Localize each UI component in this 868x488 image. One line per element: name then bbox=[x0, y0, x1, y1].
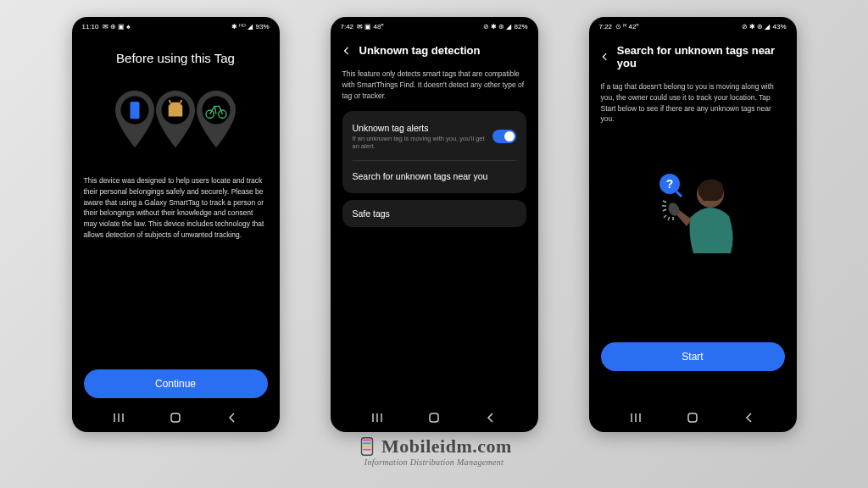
nav-home-icon[interactable] bbox=[427, 411, 441, 424]
status-right-icons: ✱ ᴴᴰ ◢ bbox=[231, 23, 253, 30]
svg-text:?: ? bbox=[666, 177, 674, 191]
logo: Mobileidm.com Information Distribution M… bbox=[356, 435, 512, 467]
page-title: Before using this Tag bbox=[84, 51, 268, 65]
page-title: Search for unknown tags near you bbox=[617, 44, 785, 69]
nav-bar bbox=[591, 405, 795, 430]
svg-rect-1 bbox=[130, 102, 139, 119]
status-bar: 7:22 ⊙ ᴹ 42º ⊘ ✱ ⊛ ◢ 43% bbox=[591, 19, 795, 34]
status-bar: 7:42 ✉ ▣ 48º ⊘ ✱ ⊛ ◢ 82% bbox=[332, 19, 537, 34]
nav-back-icon[interactable] bbox=[484, 411, 498, 424]
status-battery: 82% bbox=[514, 23, 527, 30]
body-text: If a tag that doesn't belong to you is m… bbox=[601, 81, 785, 125]
alerts-toggle-on[interactable] bbox=[492, 130, 516, 143]
phone-search-unknown-tags: 7:22 ⊙ ᴹ 42º ⊘ ✱ ⊛ ◢ 43% Search for unkn… bbox=[589, 17, 797, 432]
body-text: This device was designed to help users l… bbox=[84, 175, 268, 241]
intro-text: This feature only detects smart tags tha… bbox=[342, 69, 526, 101]
pins-illustration bbox=[84, 91, 268, 150]
status-left-icons: ⊙ ᴹ 42º bbox=[615, 23, 638, 30]
nav-recents-icon[interactable] bbox=[370, 411, 384, 424]
safe-tags-card[interactable]: Safe tags bbox=[342, 200, 526, 227]
alerts-subtitle: If an unknown tag is moving with you, yo… bbox=[353, 135, 492, 150]
status-right-icons: ⊘ ✱ ⊛ ◢ bbox=[742, 23, 771, 30]
status-time: 7:42 bbox=[341, 23, 354, 30]
unknown-tag-alerts-row[interactable]: Unknown tag alerts If an unknown tag is … bbox=[353, 119, 516, 153]
nav-recents-icon[interactable] bbox=[112, 411, 125, 424]
settings-card: Unknown tag alerts If an unknown tag is … bbox=[342, 111, 526, 193]
status-left-icons: ✉ ⊕ ▣ ♠ bbox=[103, 23, 131, 30]
svg-rect-6 bbox=[171, 413, 180, 422]
search-unknown-tags-row[interactable]: Search for unknown tags near you bbox=[353, 168, 516, 185]
nav-bar bbox=[74, 405, 278, 430]
back-arrow-icon[interactable] bbox=[601, 53, 609, 61]
svg-point-3 bbox=[202, 96, 230, 124]
person-searching-illustration: ? bbox=[601, 160, 785, 262]
continue-button[interactable]: Continue bbox=[84, 369, 268, 398]
page-title: Unknown tag detection bbox=[359, 44, 481, 57]
status-right-icons: ⊘ ✱ ⊛ ◢ bbox=[483, 23, 512, 30]
logo-tagline: Information Distribution Management bbox=[364, 458, 504, 467]
status-bar: 11:10 ✉ ⊕ ▣ ♠ ✱ ᴴᴰ ◢ 93% bbox=[74, 19, 278, 34]
nav-home-icon[interactable] bbox=[686, 411, 699, 424]
safe-tags-label: Safe tags bbox=[353, 208, 516, 219]
status-left-icons: ✉ ▣ 48º bbox=[357, 23, 383, 30]
search-row-label: Search for unknown tags near you bbox=[353, 171, 488, 181]
phone-unknown-tag-detection: 7:42 ✉ ▣ 48º ⊘ ✱ ⊛ ◢ 82% Unknown tag det… bbox=[331, 17, 538, 432]
nav-bar bbox=[332, 405, 537, 430]
pin-bike-icon bbox=[192, 91, 240, 150]
status-time: 11:10 bbox=[82, 23, 99, 30]
nav-back-icon[interactable] bbox=[225, 411, 239, 424]
status-time: 7:22 bbox=[599, 23, 613, 30]
phone-before-using-tag: 11:10 ✉ ⊕ ▣ ♠ ✱ ᴴᴰ ◢ 93% Before using th… bbox=[72, 17, 280, 432]
alerts-title: Unknown tag alerts bbox=[353, 123, 492, 133]
nav-home-icon[interactable] bbox=[169, 411, 182, 424]
logo-phone-icon bbox=[356, 435, 378, 458]
status-battery: 93% bbox=[255, 23, 269, 30]
nav-back-icon[interactable] bbox=[743, 411, 756, 424]
nav-recents-icon[interactable] bbox=[629, 411, 643, 424]
logo-brand: Mobileidm.com bbox=[381, 435, 512, 458]
back-arrow-icon[interactable] bbox=[342, 47, 351, 55]
start-button[interactable]: Start bbox=[601, 342, 785, 371]
phones-row: 11:10 ✉ ⊕ ▣ ♠ ✱ ᴴᴰ ◢ 93% Before using th… bbox=[72, 0, 797, 432]
svg-rect-12 bbox=[688, 413, 697, 422]
divider bbox=[353, 160, 516, 161]
status-battery: 43% bbox=[772, 23, 786, 30]
svg-rect-7 bbox=[430, 413, 438, 422]
